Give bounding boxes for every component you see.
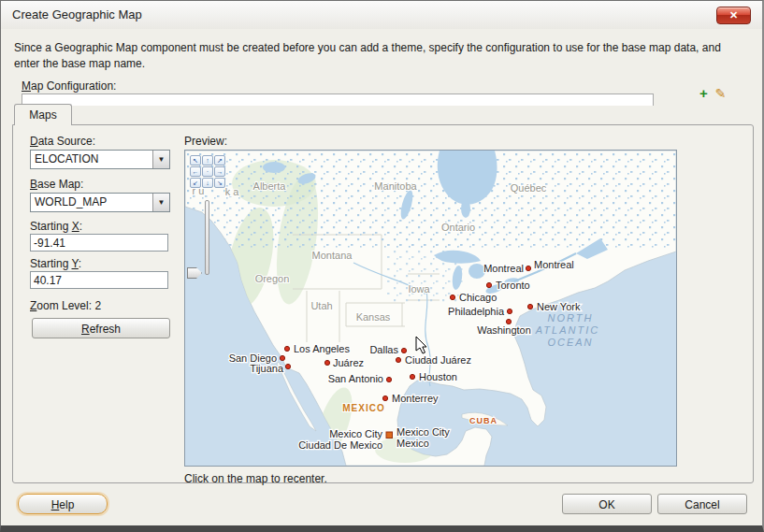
map-region-label: Iowa <box>408 283 430 295</box>
dialog-create-geographic-map: Create Geographic Map ✕ Since a Geograph… <box>0 0 764 532</box>
preview-label: Preview: <box>184 135 227 148</box>
zoom-level-text: Zoom Level: 2 <box>30 299 101 312</box>
map-region-label: Montana <box>312 250 353 261</box>
city-label: Mexico City <box>329 428 382 439</box>
city-marker <box>284 346 289 351</box>
pan-down-button[interactable]: ↓ <box>202 178 213 188</box>
city-label: Montreal <box>534 259 574 270</box>
map-region-label: Oregon <box>255 273 290 284</box>
pencil-icon: ✎ <box>715 86 727 101</box>
base-map-value: WORLD_MAP <box>35 194 107 211</box>
maps-tab-panel: Data Source: ELOCATION ▼ Base Map: WORLD… <box>12 124 754 483</box>
pan-up-button[interactable]: ↑ <box>202 155 213 165</box>
cancel-button[interactable]: Cancel <box>657 494 747 514</box>
ok-button[interactable]: OK <box>562 494 652 514</box>
zoom-slider-track[interactable] <box>205 200 209 275</box>
map-region-label: Québec <box>511 182 547 194</box>
add-map-configuration-button[interactable]: + <box>696 86 712 102</box>
map-image: Alberta Manitoba Québec Ontario Montana … <box>185 151 676 466</box>
help-button[interactable]: Help <box>18 494 108 514</box>
city-marker <box>386 377 391 381</box>
zoom-level-value: 2 <box>94 299 101 312</box>
map-region-label: Manitoba <box>374 180 417 192</box>
tab-maps[interactable]: Maps <box>14 104 72 125</box>
edit-map-configuration-button[interactable]: ✎ <box>713 86 728 102</box>
svg-text:OCEAN: OCEAN <box>547 337 593 348</box>
close-icon: ✕ <box>729 9 738 21</box>
close-button[interactable]: ✕ <box>716 7 751 24</box>
title-bar: Create Geographic Map ✕ <box>1 1 762 29</box>
pan-down-right-button[interactable]: ↘ <box>214 178 225 188</box>
city-label: San Antonio <box>328 373 383 384</box>
chevron-down-icon: ▼ <box>152 194 169 211</box>
dialog-description: Since a Geographic Map component must be… <box>14 40 742 72</box>
city-marker <box>285 364 290 368</box>
city-label: Philadelphia <box>448 306 505 317</box>
city-label: Dallas <box>369 344 398 355</box>
data-source-label: Data Source: <box>30 135 95 148</box>
city-label: Monterrey <box>392 393 439 404</box>
pan-right-button[interactable]: → <box>214 166 225 177</box>
city-label: Juárez <box>333 357 364 368</box>
map-pan-control: ↖ ↑ ↗ ← · → ↙ ↓ ↘ <box>190 155 225 188</box>
chevron-down-icon: ▼ <box>152 151 169 168</box>
city-label: Houston <box>419 371 457 382</box>
starting-y-label: Starting Y: <box>30 257 81 270</box>
starting-x-input[interactable] <box>30 234 168 252</box>
city-marker <box>450 295 454 299</box>
city-marker <box>410 374 414 379</box>
city-marker <box>401 348 406 352</box>
map-region-label: Alberta <box>253 180 287 192</box>
map-label-fragment: k a <box>225 186 240 197</box>
pan-up-right-button[interactable]: ↗ <box>214 155 225 165</box>
map-region-label: Utah <box>310 300 332 311</box>
starting-y-input[interactable] <box>30 271 168 289</box>
map-region-label: Kansas <box>356 311 391 323</box>
map-configuration-combo[interactable] <box>22 93 654 106</box>
city-marker <box>280 355 284 360</box>
city-label: Ciudad De Mexico <box>298 439 382 451</box>
base-map-combo[interactable]: WORLD_MAP ▼ <box>30 193 170 212</box>
pan-up-left-button[interactable]: ↖ <box>190 155 201 165</box>
map-region-label: Ontario <box>441 222 475 233</box>
starting-x-label: Starting X: <box>30 220 82 233</box>
city-marker <box>507 309 512 313</box>
map-preview[interactable]: Alberta Manitoba Québec Ontario Montana … <box>184 150 677 467</box>
city-marker <box>382 395 387 400</box>
pan-left-button[interactable]: ← <box>190 166 201 177</box>
city-marker <box>506 319 511 324</box>
map-country-label-mexico: MEXICO <box>342 403 384 413</box>
map-recenter-hint: Click on the map to recenter. <box>184 472 327 485</box>
city-marker <box>526 266 530 270</box>
pan-down-left-button[interactable]: ↙ <box>190 178 201 188</box>
city-label: Washington <box>477 324 531 336</box>
plus-icon: + <box>699 85 708 101</box>
map-country-label-cuba: CUBA <box>469 416 497 425</box>
refresh-button[interactable]: Refresh <box>32 318 170 338</box>
city-label: Chicago <box>459 292 497 303</box>
city-label: New York <box>537 301 581 312</box>
data-source-value: ELOCATION <box>35 151 98 168</box>
city-label: Toronto <box>496 280 530 291</box>
city-label: Montreal <box>483 263 524 274</box>
city-marker-square <box>386 432 393 439</box>
base-map-label: Base Map: <box>30 178 83 191</box>
city-marker <box>527 304 532 309</box>
city-label: Ciudad Juárez <box>405 354 471 366</box>
svg-text:NORTH: NORTH <box>548 312 594 324</box>
city-label: Los Angeles <box>294 343 350 354</box>
city-label: Mexico City <box>396 426 450 438</box>
city-label: Mexico <box>396 438 429 449</box>
city-marker <box>396 357 400 362</box>
data-source-combo[interactable]: ELOCATION ▼ <box>30 150 170 169</box>
zoom-level-label: Zoom Level: <box>30 299 92 312</box>
pan-center-button[interactable]: · <box>202 166 213 177</box>
map-configuration-label: Map Configuration: <box>22 79 116 93</box>
svg-text:ATLANTIC: ATLANTIC <box>535 324 599 336</box>
dialog-title: Create Geographic Map <box>12 7 142 22</box>
city-marker <box>486 282 491 287</box>
city-label: Tijuana <box>250 363 284 374</box>
city-marker <box>324 360 329 365</box>
